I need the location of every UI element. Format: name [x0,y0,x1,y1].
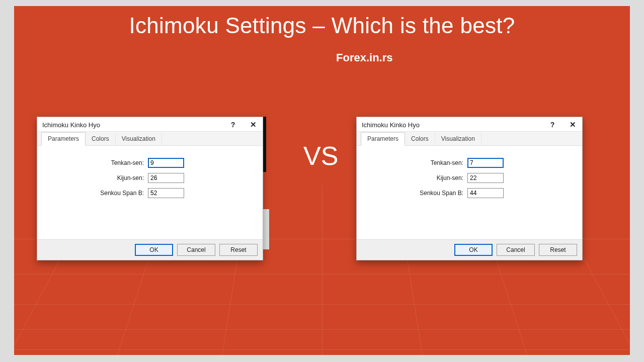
subtitle: Forex.in.rs [336,51,392,64]
tenkan-input[interactable] [467,158,504,168]
senkou-input[interactable] [467,188,504,198]
tab-visualization[interactable]: Visualization [116,133,162,145]
tab-parameters[interactable]: Parameters [41,132,86,146]
ok-button[interactable]: OK [454,244,493,256]
help-icon[interactable]: ? [228,120,237,129]
reset-button[interactable]: Reset [219,244,258,256]
kijun-input[interactable] [148,173,184,183]
tabstrip: Parameters Colors Visualization [357,131,582,145]
reset-button[interactable]: Reset [539,244,577,256]
tenkan-label: Tenkan-sen: [367,159,467,166]
titlebar: Ichimoku Kinko Hyo ? ✕ [37,117,263,131]
close-icon[interactable]: ✕ [249,120,258,129]
senkou-input[interactable] [148,188,184,198]
tab-visualization[interactable]: Visualization [435,133,481,145]
tenkan-input[interactable] [148,158,184,168]
tenkan-label: Tenkan-sen: [47,159,148,166]
slide: Ichimoku Settings – Which is the best? F… [14,6,630,355]
cancel-button[interactable]: Cancel [497,244,535,256]
vs-label: VS [303,141,338,171]
dialog-title: Ichimoku Kinko Hyo [362,121,420,129]
tab-colors[interactable]: Colors [405,133,435,145]
ichimoku-dialog-right: Ichimoku Kinko Hyo ? ✕ Parameters Colors… [356,117,583,260]
senkou-label: Senkou Span B: [47,190,148,197]
kijun-input[interactable] [467,173,504,183]
buttonbar: OK Cancel Reset [357,239,582,260]
dialog-title: Ichimoku Kinko Hyo [42,121,100,129]
ok-button[interactable]: OK [135,244,173,256]
kijun-label: Kijun-sen: [367,174,467,182]
senkou-label: Senkou Span B: [367,190,467,197]
parameters-panel: Tenkan-sen: Kijun-sen: Senkou Span B: [357,145,582,239]
ichimoku-dialog-left: Ichimoku Kinko Hyo ? ✕ Parameters Colors… [37,117,263,260]
tab-colors[interactable]: Colors [86,133,116,145]
titlebar: Ichimoku Kinko Hyo ? ✕ [357,117,582,131]
help-icon[interactable]: ? [548,120,557,129]
close-icon[interactable]: ✕ [568,120,577,129]
kijun-label: Kijun-sen: [47,174,148,182]
screenshot-edge [262,209,269,249]
tab-parameters[interactable]: Parameters [361,132,405,146]
page-title: Ichimoku Settings – Which is the best? [14,13,630,38]
cancel-button[interactable]: Cancel [177,244,215,256]
parameters-panel: Tenkan-sen: Kijun-sen: Senkou Span B: [37,145,263,239]
tabstrip: Parameters Colors Visualization [37,131,263,145]
buttonbar: OK Cancel Reset [37,239,263,260]
